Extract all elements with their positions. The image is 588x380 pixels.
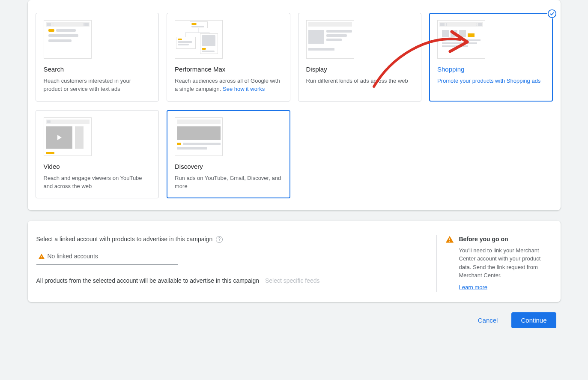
card-title: Performance Max: [175, 65, 282, 74]
card-title: Display: [306, 65, 414, 74]
card-title: Video: [44, 162, 151, 171]
footer-actions: Cancel Continue: [32, 312, 556, 328]
card-desc: Reach audiences across all of Google wit…: [175, 77, 282, 93]
help-icon[interactable]: ?: [216, 236, 223, 243]
cancel-button[interactable]: Cancel: [473, 313, 503, 327]
shopping-illustration: [437, 20, 485, 59]
card-desc: Run ads on YouTube, Gmail, Discover, and…: [175, 174, 282, 191]
display-illustration: [306, 20, 354, 59]
svg-point-0: [548, 10, 555, 18]
continue-button[interactable]: Continue: [511, 312, 556, 328]
campaign-type-performance-max[interactable]: Performance Max Reach audiences across a…: [167, 13, 290, 102]
campaign-type-panel: Search Reach customers interested in you…: [28, 0, 561, 210]
card-desc: Promote your products with Shopping ads: [437, 77, 545, 85]
card-desc: Reach and engage viewers on YouTube and …: [44, 174, 151, 191]
selected-check-icon: [547, 9, 557, 18]
campaign-type-display[interactable]: Display Run different kinds of ads acros…: [298, 13, 422, 102]
card-title: Search: [44, 65, 151, 74]
linked-account-dropdown[interactable]: No linked accounts: [36, 249, 178, 265]
discovery-illustration: [175, 117, 223, 156]
warning-icon: [445, 235, 454, 291]
dropdown-value: No linked accounts: [48, 252, 98, 261]
campaign-type-search[interactable]: Search Reach customers interested in you…: [36, 13, 159, 102]
campaign-type-video[interactable]: Video Reach and engage viewers on YouTub…: [36, 110, 159, 199]
card-title: Shopping: [437, 65, 545, 74]
select-feeds-disabled: Select specific feeds: [265, 277, 320, 284]
campaign-type-discovery[interactable]: Discovery Run ads on YouTube, Gmail, Dis…: [167, 110, 290, 199]
campaign-type-shopping[interactable]: Shopping Promote your products with Shop…: [429, 13, 553, 102]
card-title: Discovery: [175, 162, 282, 171]
pmax-see-how-link[interactable]: See how it works: [223, 86, 265, 92]
aside-body: You'll need to link your Merchant Center…: [459, 246, 552, 280]
linked-account-subtext: All products from the selected account w…: [36, 277, 426, 285]
card-desc: Run different kinds of ads across the we…: [306, 77, 414, 85]
learn-more-link[interactable]: Learn more: [459, 284, 487, 290]
pmax-illustration: [175, 20, 223, 59]
linked-account-panel: Select a linked account with products to…: [28, 221, 561, 302]
before-you-go-on: Before you go on You'll need to link you…: [436, 235, 552, 291]
video-illustration: [44, 117, 92, 156]
card-desc: Reach customers interested in your produ…: [44, 77, 151, 93]
warning-icon: [38, 253, 45, 260]
aside-title: Before you go on: [459, 235, 552, 244]
search-illustration: [44, 20, 92, 59]
linked-account-label: Select a linked account with products to…: [36, 235, 426, 244]
